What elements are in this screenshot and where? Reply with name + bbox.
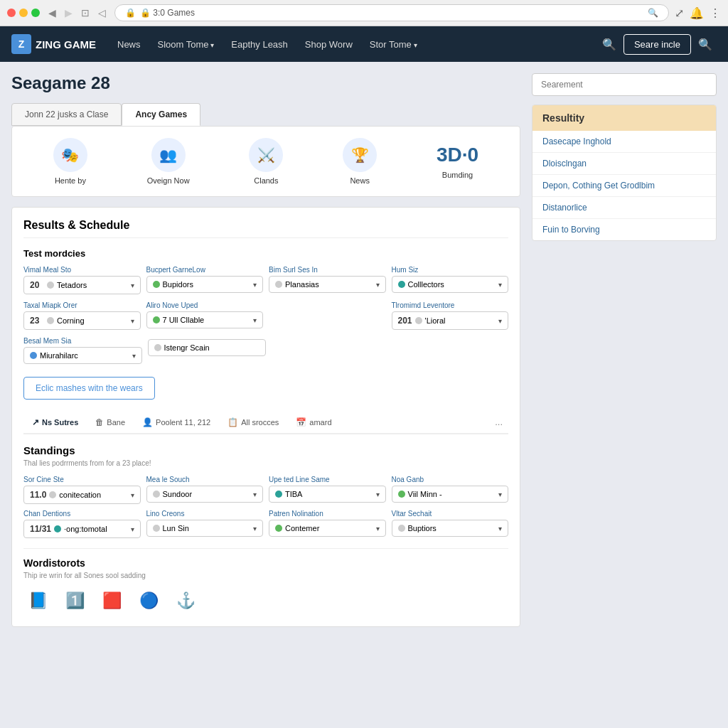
nav-search-button[interactable]: Seare incle bbox=[623, 34, 691, 55]
sub-tab-ns[interactable]: ↗ Ns Sutres bbox=[23, 411, 87, 434]
standings-select-lunsin[interactable]: Lun Sin ▾ bbox=[146, 520, 264, 537]
word-icon-2[interactable]: 1️⃣ bbox=[60, 587, 89, 615]
standings-col-1-3: Upe ted Line Same TIBA ▾ bbox=[269, 476, 386, 504]
oveign-label: Oveign Now bbox=[147, 176, 190, 185]
category-news[interactable]: 🏆 News bbox=[343, 138, 377, 185]
sidebar-search-input[interactable] bbox=[532, 73, 717, 96]
tab-ancy[interactable]: Ancy Games bbox=[122, 103, 200, 126]
alerts-icon[interactable]: 🔔 bbox=[690, 6, 704, 20]
filter-col-1-4: Hum Siz Colllectors ▾ bbox=[392, 266, 509, 294]
news-label: News bbox=[350, 176, 370, 185]
filter-select-lioral[interactable]: 201 'Lioral ▾ bbox=[392, 311, 509, 330]
filter-label-aliro: Aliro Nove Uped bbox=[146, 301, 264, 309]
standings-label-patren: Patren Nolination bbox=[269, 510, 386, 518]
tab-jonn[interactable]: Jonn 22 jusks a Clase bbox=[11, 103, 122, 126]
word-icon-5[interactable]: ⚓ bbox=[171, 587, 200, 615]
result-header: Resultity bbox=[532, 105, 716, 131]
category-hente[interactable]: 🎭 Hente by bbox=[53, 138, 87, 185]
result-item-3[interactable]: Depon, Cothing Get Grodlbim bbox=[532, 175, 716, 197]
sub-tab-all[interactable]: 📋 All srocces bbox=[219, 411, 287, 433]
maximize-traffic-light[interactable] bbox=[31, 9, 40, 17]
nav-shop[interactable]: Shop Worw bbox=[298, 29, 360, 60]
filter-label-taxal: Taxal Miapk Orer bbox=[23, 301, 141, 309]
category-bumding[interactable]: 3D·0 Bumding bbox=[437, 144, 478, 179]
nav-news[interactable]: News bbox=[110, 29, 148, 60]
filter-col-1-2: Bucpert GarneLow Bupidors ▾ bbox=[146, 266, 264, 294]
nav-search-left-icon[interactable]: 🔍 bbox=[598, 33, 621, 55]
chevron-down-icon: ▾ bbox=[376, 491, 380, 498]
standings-label-sor: Sor Cine Ste bbox=[23, 476, 141, 483]
extensions-icon[interactable]: ⤢ bbox=[675, 6, 684, 20]
filter-row-3: Besal Mem Sia Miurahilarc ▾ bbox=[23, 337, 266, 364]
standings-label-lino: Lino Creons bbox=[146, 510, 264, 518]
standings-select-sundoor[interactable]: Sundoor ▾ bbox=[146, 486, 264, 503]
minimize-traffic-light[interactable] bbox=[19, 9, 28, 17]
standings-select-buptiors[interactable]: Buptiors ▾ bbox=[392, 520, 509, 537]
word-title: Wordistorots bbox=[23, 557, 508, 569]
filter-select-colllectors[interactable]: Colllectors ▾ bbox=[392, 276, 509, 293]
chevron-down-icon: ▾ bbox=[253, 281, 257, 289]
main-container: Seagame 28 Jonn 22 jusks a Clase Ancy Ga… bbox=[0, 62, 728, 726]
category-oveign[interactable]: 👥 Oveign Now bbox=[147, 138, 190, 185]
filter-button[interactable]: Eclic mashes witn the wears bbox=[23, 377, 155, 400]
oveign-icon: 👥 bbox=[151, 138, 186, 172]
logo-icon: Z bbox=[11, 34, 31, 54]
address-bar[interactable]: 🔒 🔒 3:0 Games 🔍 bbox=[114, 4, 669, 21]
results-title: Results & Schedule bbox=[23, 219, 508, 238]
result-item-4[interactable]: Distanorlice bbox=[532, 197, 716, 219]
nav-search-right-icon[interactable]: 🔍 bbox=[694, 33, 717, 55]
sub-tab-amard[interactable]: 📅 amard bbox=[287, 411, 340, 433]
filter-row-1: Vimal Meal Sto 20 Tetadors ▾ Bucpert Gar… bbox=[23, 266, 508, 294]
nav-eapthy[interactable]: Eapthy Leash bbox=[224, 29, 295, 60]
result-item-1[interactable]: Dasecape Inghold bbox=[532, 131, 716, 153]
more-button[interactable]: ... bbox=[489, 411, 508, 433]
back-icon[interactable]: ◀ bbox=[46, 6, 59, 20]
standings-select-conitecation[interactable]: 11.0 conitecation ▾ bbox=[23, 486, 141, 504]
filter-select-bupidors[interactable]: Bupidors ▾ bbox=[146, 276, 264, 293]
filter-select-miurahilarc[interactable]: Miurahilarc ▾ bbox=[23, 347, 142, 364]
standings-select-ong[interactable]: 11/31 ·ong:tomotal ▾ bbox=[23, 520, 141, 538]
filter-col-2-2: Aliro Nove Uped 7 Ull Cllable ▾ bbox=[146, 301, 264, 330]
filter-select-tetadors[interactable]: 20 Tetadors ▾ bbox=[23, 276, 141, 294]
filter-row-2: Taxal Miapk Orer 23 Corning ▾ Aliro Nove… bbox=[23, 301, 508, 330]
word-icons-row: 📘 1️⃣ 🟥 🔵 ⚓ bbox=[23, 587, 508, 615]
result-item-2[interactable]: Dloisclngan bbox=[532, 153, 716, 175]
filter-col-2-1: Taxal Miapk Orer 23 Corning ▾ bbox=[23, 301, 141, 330]
sub-tab-bane[interactable]: 🗑 Bane bbox=[87, 411, 134, 433]
standings-col-1-2: Mea le Souch Sundoor ▾ bbox=[146, 476, 264, 504]
hente-label: Hente by bbox=[55, 176, 86, 185]
filter-select-istengr[interactable]: Istengr Scain bbox=[148, 339, 267, 356]
standings-select-tiba[interactable]: TIBA ▾ bbox=[269, 486, 386, 503]
word-icon-1[interactable]: 📘 bbox=[23, 587, 52, 615]
clands-label: Clands bbox=[254, 176, 278, 185]
category-clands[interactable]: ⚔️ Clands bbox=[249, 138, 283, 185]
close-traffic-light[interactable] bbox=[7, 9, 16, 17]
filter-select-corning[interactable]: 23 Corning ▾ bbox=[23, 311, 141, 330]
word-icon-4[interactable]: 🔵 bbox=[134, 587, 163, 615]
result-item-5[interactable]: Fuin to Borving bbox=[532, 219, 716, 240]
sub-tab-poolent[interactable]: 👤 Poolent 11, 212 bbox=[134, 411, 219, 433]
right-sidebar: Resultity Dasecape Inghold Dloisclngan D… bbox=[532, 73, 717, 714]
word-icon-3[interactable]: 🟥 bbox=[97, 587, 126, 615]
page-title: Seagame 28 bbox=[11, 73, 520, 93]
filter-col-3-2: Istengr Scain bbox=[148, 337, 267, 364]
filter-label-tlromimd: Tlromimd Leventore bbox=[392, 301, 509, 309]
menu-icon[interactable]: ⋮ bbox=[710, 6, 721, 20]
nav-stor[interactable]: Stor Tome bbox=[363, 29, 424, 60]
news-icon: 🏆 bbox=[343, 138, 377, 172]
prev-icon[interactable]: ◁ bbox=[95, 6, 109, 20]
chevron-down-icon: ▾ bbox=[498, 281, 502, 289]
filter-group-title: Test mordcies bbox=[23, 248, 508, 259]
standings-select-contemer[interactable]: Contemer ▾ bbox=[269, 520, 386, 537]
browser-chrome: ◀ ▶ ⊡ ◁ 🔒 🔒 3:0 Games 🔍 ⤢ 🔔 ⋮ bbox=[0, 0, 728, 26]
filter-select-7ull[interactable]: 7 Ull Cllable ▾ bbox=[146, 311, 264, 328]
hente-icon: 🎭 bbox=[53, 138, 87, 172]
standings-select-viil[interactable]: Viil Minn - ▾ bbox=[392, 486, 509, 503]
navbar-logo[interactable]: Z ZING GAME bbox=[11, 34, 96, 54]
standings-title: Standings bbox=[23, 444, 508, 456]
reload-icon[interactable]: ⊡ bbox=[78, 6, 92, 20]
browser-nav: ◀ ▶ ⊡ ◁ bbox=[46, 6, 109, 20]
forward-icon[interactable]: ▶ bbox=[62, 6, 75, 20]
nav-sloom[interactable]: Sloom Tome bbox=[151, 29, 222, 60]
filter-select-planasias[interactable]: Planasias ▾ bbox=[269, 276, 386, 293]
